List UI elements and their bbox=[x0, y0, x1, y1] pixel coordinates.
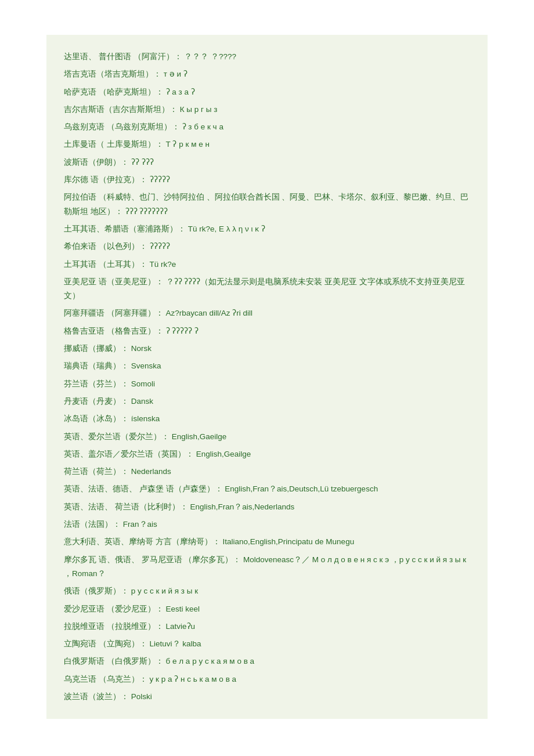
lang-line: 法语（法国）： Fran？ais bbox=[64, 518, 470, 531]
lang-line: 立陶宛语 （立陶宛）： Lietuvi？ kalba bbox=[64, 637, 470, 651]
lang-line: 英语、法语、德语、 卢森堡 语（卢森堡）： English,Fran？ais,D… bbox=[64, 482, 470, 496]
lang-line: 英语、盖尔语／爱尔兰语（英国）： English,Geailge bbox=[64, 447, 470, 461]
lang-line: 挪威语（挪威）： Norsk bbox=[64, 342, 470, 356]
lang-line: 库尔德 语（伊拉克）： ʔʔʔʔʔ bbox=[64, 173, 470, 187]
lang-line: 英语、爱尔兰语（爱尔兰）： English,Gaeilge bbox=[64, 430, 470, 444]
lang-line: 意大利语、英语、摩纳哥 方言（摩纳哥）： Italiano,English,Pr… bbox=[64, 535, 470, 549]
lang-line: 达里语、 普什图语 （阿富汗）： ？？？ ？???? bbox=[64, 50, 470, 64]
lang-line: 瑞典语（瑞典）： Svenska bbox=[64, 359, 470, 373]
lang-line: 芬兰语（芬兰）： Somoli bbox=[64, 377, 470, 391]
lang-line: 英语、法语、 荷兰语（比利时）： English,Fran？ais,Nederl… bbox=[64, 500, 470, 514]
lang-line: 冰岛语（冰岛）： íslenska bbox=[64, 412, 470, 426]
lang-line: 哈萨克语 （哈萨克斯坦）： ʔ а з а ʔ bbox=[64, 85, 470, 99]
lang-line: 波斯语（伊朗）： ʔʔ ʔʔʔ bbox=[64, 155, 470, 169]
lang-line: 乌克兰语 （乌克兰）： у к р а ʔ н с ь к а м о в а bbox=[64, 672, 470, 686]
lang-line: 拉脱维亚语 （拉脱维亚）： Latvieʔu bbox=[64, 620, 470, 634]
lang-line: 土耳其语、希腊语（塞浦路斯）： Tü rk?e, Ε λ λ η ν ι κ ʔ bbox=[64, 222, 470, 236]
lang-line: 希伯来语 （以色列）： ʔʔʔʔʔ bbox=[64, 240, 470, 254]
lang-line: 乌兹别克语 （乌兹别克斯坦）： ʔ з б е к ч а bbox=[64, 120, 470, 134]
lang-line: 阿拉伯语 （科威特、也门、沙特阿拉伯 、阿拉伯联合酋长国 、阿曼、巴林、卡塔尔、… bbox=[64, 190, 470, 219]
main-content: 达里语、 普什图语 （阿富汗）： ？？？ ？????塔吉克语（塔吉克斯坦）： т… bbox=[46, 35, 488, 719]
lang-line: 格鲁吉亚语 （格鲁吉亚）： ʔ ʔʔʔʔʔ ʔ bbox=[64, 324, 470, 338]
lang-line: 土库曼语（ 土库曼斯坦）： Т ʔ р к м е н bbox=[64, 138, 470, 151]
lang-line: 波兰语（波兰）： Polski bbox=[64, 690, 470, 704]
lang-line: 丹麦语（丹麦）： Dansk bbox=[64, 395, 470, 408]
lang-line: 白俄罗斯语 （白俄罗斯）： б е л а р у с к а я м о в … bbox=[64, 654, 470, 668]
lang-line: 俄语（俄罗斯）： р у с с к и й я з ы к bbox=[64, 584, 470, 598]
lang-line: 吉尔吉斯语（吉尔吉斯斯坦）： К ы р г ы з bbox=[64, 103, 470, 117]
lang-line: 土耳其语 （土耳其）： Tü rk?e bbox=[64, 258, 470, 272]
lang-line: 亚美尼亚 语（亚美尼亚）： ？ʔʔ ʔʔʔʔ（如无法显示则是电脑系统未安装 亚美… bbox=[64, 275, 470, 303]
lang-line: 摩尔多瓦 语、俄语、 罗马尼亚语 （摩尔多瓦）： Moldoveneasc？／ … bbox=[64, 553, 470, 581]
lang-line: 塔吉克语（塔吉克斯坦）： т ə и ʔ bbox=[64, 67, 470, 81]
lang-line: 阿塞拜疆语 （阿塞拜疆）： Az?rbaycan dill/Az ʔri dil… bbox=[64, 306, 470, 320]
lang-line: 荷兰语（荷兰）： Nederlands bbox=[64, 465, 470, 479]
lang-line: 爱沙尼亚语 （爱沙尼亚）： Eesti keel bbox=[64, 602, 470, 616]
